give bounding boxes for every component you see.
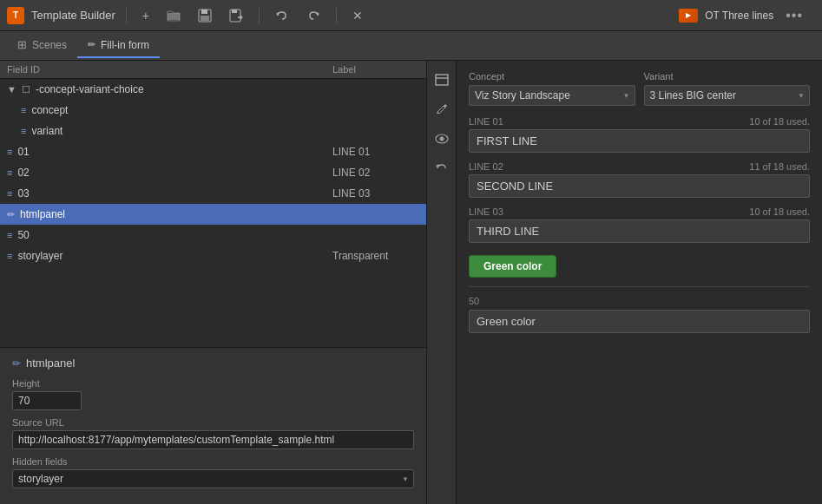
line02-input[interactable] xyxy=(469,174,810,198)
tree-row[interactable]: ≡ storylayer Transparent xyxy=(0,245,426,266)
line03-input[interactable] xyxy=(469,219,810,243)
height-row: Height xyxy=(12,378,414,410)
tree-row[interactable]: ≡ 03 LINE 03 xyxy=(0,183,426,204)
row-label: LINE 01 xyxy=(332,146,419,158)
scenes-icon: ⊞ xyxy=(17,38,27,51)
tree-row[interactable]: ≡ 02 LINE 02 xyxy=(0,162,426,183)
source-url-row: Source URL xyxy=(12,417,414,449)
form-divider xyxy=(469,286,810,287)
save-icon xyxy=(198,9,212,23)
tab-fill-in-form[interactable]: ✏ Fill-in form xyxy=(77,34,160,58)
concept-select[interactable]: Viz Story Landscape xyxy=(469,85,635,106)
line02-usage: 11 of 18 used. xyxy=(749,161,810,172)
main-layout: Field ID Label ▼ ☐ -concept-variant-choi… xyxy=(0,61,822,504)
row-name: 50 xyxy=(17,229,332,241)
line01-usage: 10 of 18 used. xyxy=(749,116,810,127)
redo-icon xyxy=(306,9,320,23)
new-button[interactable]: + xyxy=(137,5,155,26)
eye-icon xyxy=(435,134,449,144)
folder-icon: ☐ xyxy=(22,84,30,95)
col-field-id: Field ID xyxy=(7,64,332,75)
open-button[interactable] xyxy=(161,6,186,25)
app-icon: T xyxy=(7,7,24,24)
side-toolbar xyxy=(427,61,457,504)
line01-input[interactable] xyxy=(469,129,810,153)
row-name: variant xyxy=(31,125,332,137)
line02-section: LINE 02 11 of 18 used. xyxy=(469,161,810,198)
green-color-button[interactable]: Green color xyxy=(469,255,556,278)
props-panel: ✏ htmlpanel Height Source URL Hidden fie… xyxy=(0,347,426,504)
plus-icon: + xyxy=(142,9,149,23)
hidden-fields-label: Hidden fields xyxy=(12,456,414,467)
app-title: Template Builder xyxy=(31,9,115,22)
variant-col: Variant 3 Lines BIG center xyxy=(644,71,811,106)
line01-section: LINE 01 10 of 18 used. xyxy=(469,116,810,153)
saveas-button[interactable] xyxy=(224,5,248,26)
field50-input[interactable] xyxy=(469,310,810,333)
source-url-label: Source URL xyxy=(12,417,414,428)
tree-row[interactable]: ≡ concept xyxy=(0,100,426,121)
layout-button[interactable] xyxy=(430,68,454,92)
window-menu-button[interactable]: ••• xyxy=(780,6,808,25)
concept-label: Concept xyxy=(469,71,635,82)
svg-rect-4 xyxy=(232,10,237,13)
row-name: concept xyxy=(31,104,332,116)
lines-icon: ≡ xyxy=(7,230,12,240)
hidden-fields-row: Hidden fields storylayer xyxy=(12,456,414,488)
lines-icon: ≡ xyxy=(21,126,26,136)
tree-header: Field ID Label xyxy=(0,61,426,79)
tree-row[interactable]: ≡ variant xyxy=(0,121,426,141)
undo-button[interactable] xyxy=(270,5,294,26)
hidden-fields-select[interactable]: storylayer xyxy=(12,469,414,488)
edit-button[interactable] xyxy=(430,97,454,121)
edit-icon: ✏ xyxy=(12,357,21,370)
line03-section: LINE 03 10 of 18 used. xyxy=(469,206,810,243)
undo-icon xyxy=(275,9,289,23)
window-title-area: OT Three lines ••• xyxy=(679,6,815,25)
save-button[interactable] xyxy=(193,5,217,26)
refresh-button[interactable] xyxy=(430,156,454,180)
row-label: LINE 03 xyxy=(332,187,419,200)
concept-col: Concept Viz Story Landscape xyxy=(469,71,635,106)
row-name: storylayer xyxy=(17,250,332,262)
tree-row[interactable]: ▼ ☐ -concept-variant-choice xyxy=(0,79,426,100)
form-area: Concept Viz Story Landscape Variant 3 Li… xyxy=(457,61,822,504)
row-name: 02 xyxy=(17,167,332,179)
divider1 xyxy=(126,8,127,23)
variant-select[interactable]: 3 Lines BIG center xyxy=(644,85,811,106)
pencil-icon xyxy=(436,103,448,115)
tree-area: Field ID Label ▼ ☐ -concept-variant-choi… xyxy=(0,61,426,347)
svg-rect-2 xyxy=(201,16,209,21)
title-bar-left: T Template Builder + ✕ xyxy=(7,5,679,26)
height-input[interactable] xyxy=(12,391,82,410)
row-name: htmlpanel xyxy=(20,208,332,220)
folder-icon xyxy=(167,10,181,22)
line03-label: LINE 03 xyxy=(469,206,503,217)
hidden-fields-select-wrapper: storylayer xyxy=(12,469,414,488)
svg-rect-1 xyxy=(201,10,207,14)
variant-label: Variant xyxy=(644,71,811,82)
lines-icon: ≡ xyxy=(7,147,12,157)
tree-row[interactable]: ≡ 50 xyxy=(0,225,426,245)
preview-button[interactable] xyxy=(430,127,454,151)
lines-icon: ≡ xyxy=(7,251,12,261)
line01-label: LINE 01 xyxy=(469,116,503,127)
divider2 xyxy=(259,8,260,23)
variant-select-wrapper: 3 Lines BIG center xyxy=(644,85,811,106)
tree-row[interactable]: ≡ 01 LINE 01 xyxy=(0,141,426,162)
saveas-icon xyxy=(229,9,243,23)
line02-label: LINE 02 xyxy=(469,161,503,172)
concept-select-wrapper: Viz Story Landscape xyxy=(469,85,635,106)
tab-scenes[interactable]: ⊞ Scenes xyxy=(7,33,77,58)
divider3 xyxy=(336,8,337,23)
field50-label: 50 xyxy=(469,296,810,306)
source-url-input[interactable] xyxy=(12,430,414,449)
svg-rect-8 xyxy=(436,75,448,85)
tree-row-htmlpanel[interactable]: ✏ htmlpanel xyxy=(0,204,426,225)
redo-button[interactable] xyxy=(301,5,326,26)
row-name: 03 xyxy=(17,187,332,200)
concept-variant-row: Concept Viz Story Landscape Variant 3 Li… xyxy=(469,71,810,106)
col-label: Label xyxy=(332,64,419,75)
edit-icon: ✏ xyxy=(7,209,15,220)
close-button[interactable]: ✕ xyxy=(347,5,368,26)
